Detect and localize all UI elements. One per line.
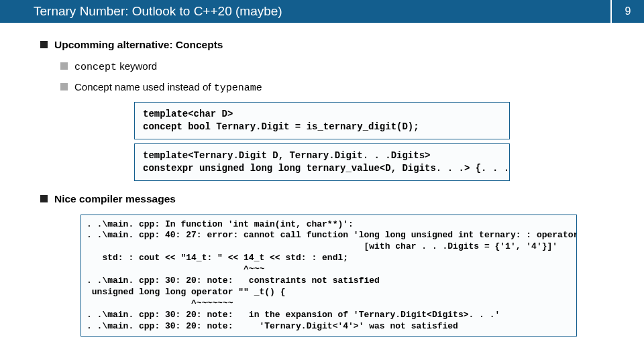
- code-keyword: concept: [74, 62, 117, 73]
- bullet-concepts-heading: Upcomming alternative: Concepts: [40, 39, 604, 51]
- code-block-1: template<char D> concept bool Ternary.Di…: [134, 102, 510, 139]
- slide-header: Ternary Number: Outlook to C++20 (maybe)…: [0, 0, 644, 23]
- code-keyword: typename: [214, 82, 262, 94]
- slide-body: Upcomming alternative: Concepts concept …: [0, 23, 644, 343]
- bullet-hollow-square-icon: [60, 83, 68, 90]
- bullet-square-icon: [40, 41, 48, 48]
- compiler-output-block: . .\main. cpp: In function 'int main(int…: [80, 215, 577, 337]
- bullet-text: Upcomming alternative: Concepts: [54, 39, 223, 51]
- bullet-compiler-messages: Nice compiler messages: [40, 193, 604, 205]
- bullet-square-icon: [40, 195, 48, 202]
- bullet-hollow-square-icon: [60, 62, 68, 70]
- code-block-2: template<Ternary.Digit D, Ternary.Digit.…: [134, 143, 510, 181]
- page-number: 9: [612, 0, 644, 23]
- bullet-text: Nice compiler messages: [54, 193, 176, 205]
- subbullet-concept-name: Concept name used instead of typename: [60, 81, 604, 94]
- code-examples: template<char D> concept bool Ternary.Di…: [134, 102, 510, 181]
- subbullet-text: Concept name used instead of typename: [74, 81, 262, 94]
- slide-title: Ternary Number: Outlook to C++20 (maybe): [0, 0, 612, 23]
- subbullet-text: concept keyword: [74, 60, 157, 73]
- subbullet-concept-keyword: concept keyword: [60, 60, 604, 73]
